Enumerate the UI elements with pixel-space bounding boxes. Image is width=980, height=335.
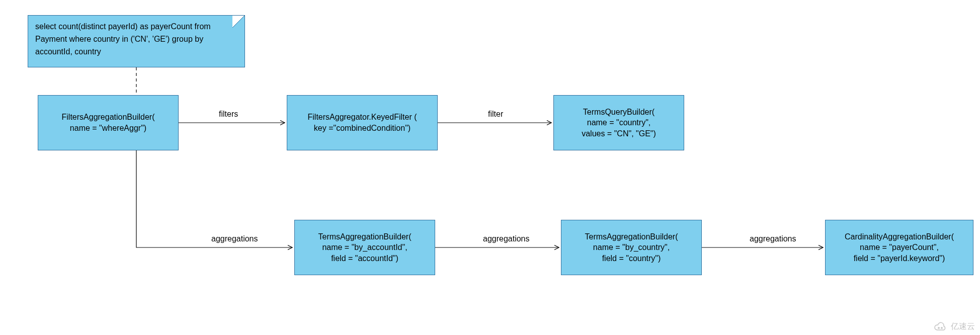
node-line: TermsAggregationBuilder(: [585, 231, 678, 242]
node-line: name = "whereAggr"): [70, 123, 146, 134]
node-filters-aggregation-builder: FiltersAggregationBuilder( name = "where…: [38, 95, 179, 150]
node-line: TermsAggregationBuilder(: [318, 231, 412, 242]
node-line: field = "country"): [602, 253, 661, 264]
sql-note: select count(distinct payerId) as payerC…: [28, 15, 245, 67]
node-keyed-filter: FiltersAggregator.KeyedFilter ( key ="co…: [287, 95, 438, 150]
node-line: name = "by_country",: [593, 242, 670, 253]
node-line: values = "CN", "GE"): [582, 128, 656, 139]
node-line: FiltersAggregationBuilder(: [62, 112, 155, 123]
node-line: field = "accountId"): [331, 253, 398, 264]
node-line: TermsQueryBuilder(: [583, 107, 655, 118]
watermark: 亿速云: [933, 321, 975, 332]
svg-point-0: [938, 327, 939, 328]
node-line: CardinalityAggregationBuilder(: [845, 231, 954, 242]
edge-label-aggregations-2: aggregations: [483, 234, 530, 243]
node-line: name = "country",: [587, 117, 651, 128]
watermark-text: 亿速云: [951, 321, 975, 332]
node-terms-agg-country: TermsAggregationBuilder( name = "by_coun…: [561, 220, 702, 275]
node-line: name = "by_accountId",: [322, 242, 407, 253]
node-terms-query-builder: TermsQueryBuilder( name = "country", val…: [553, 95, 684, 150]
edge-aggregations-1: [136, 150, 292, 247]
node-line: name = "payerCount",: [860, 242, 939, 253]
node-line: field = "payerId.keyword"): [854, 253, 945, 264]
svg-point-1: [941, 327, 942, 328]
cloud-icon: [933, 322, 948, 332]
note-fold-icon: [232, 16, 244, 28]
node-line: FiltersAggregator.KeyedFilter (: [308, 112, 417, 123]
node-cardinality-agg: CardinalityAggregationBuilder( name = "p…: [825, 220, 973, 275]
sql-note-text: select count(distinct payerId) as payerC…: [35, 22, 211, 56]
edge-label-aggregations-3: aggregations: [750, 234, 796, 243]
node-line: key ="combinedCondition"): [314, 123, 411, 134]
edge-label-filter: filter: [488, 110, 503, 119]
edge-label-filters: filters: [219, 110, 238, 119]
edge-label-aggregations-1: aggregations: [211, 234, 258, 243]
node-terms-agg-accountid: TermsAggregationBuilder( name = "by_acco…: [294, 220, 435, 275]
